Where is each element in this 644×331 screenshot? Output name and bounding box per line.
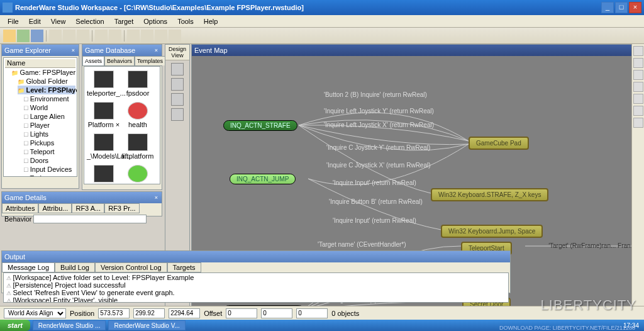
event-node[interactable]: INQ_ACTN_STRAFE [223, 120, 297, 131]
menu-view[interactable]: View [46, 16, 71, 26]
pos-y-input[interactable] [133, 308, 165, 318]
design-view-label[interactable]: Design View [165, 45, 189, 60]
menu-file[interactable]: File [3, 16, 24, 26]
tree-item[interactable]: World [24, 103, 75, 112]
tree-item[interactable]: Doors [24, 156, 75, 165]
right-tool-button[interactable] [633, 106, 643, 116]
pos-x-input[interactable] [98, 308, 130, 318]
start-button[interactable]: start [0, 320, 30, 331]
toolbar-button[interactable] [17, 30, 30, 42]
tree-item[interactable]: Level: FPSPlayer Ex... [18, 86, 75, 94]
event-target-node[interactable]: Win32 Keyboarrd.Jump, Space [441, 225, 543, 238]
details-tab[interactable]: Attribu... [38, 203, 72, 213]
toolbar-button[interactable] [31, 30, 43, 42]
asset-item[interactable]: fpsdoor [121, 69, 155, 101]
menu-selection[interactable]: Selection [70, 16, 109, 26]
event-target-node[interactable]: Win32 Keyboard.STRAFE, Z_X keys [431, 188, 548, 201]
asset-item[interactable]: Platform × [87, 101, 121, 132]
right-tool-button[interactable] [633, 46, 643, 56]
asset-item[interactable]: health [121, 101, 155, 132]
taskbar-item[interactable]: RenderWare Studio ... [33, 320, 106, 330]
tab-assets[interactable]: Assets [82, 56, 104, 65]
tree-item[interactable]: Environment [24, 94, 75, 103]
tree-item[interactable]: Global Folder [18, 77, 75, 86]
behavior-input[interactable] [33, 215, 147, 223]
axis-align-select[interactable]: World Axis Align [4, 308, 66, 318]
toolbar-button[interactable] [3, 30, 16, 42]
right-tool-button[interactable] [633, 58, 643, 68]
asset-item[interactable] [87, 164, 121, 184]
dview-tool[interactable] [171, 78, 184, 91]
output-tab[interactable]: Targets [167, 262, 201, 272]
toolbar-button[interactable] [169, 30, 181, 42]
asset-tabs: AssetsBehaviorsTemplatesEvents [82, 56, 162, 66]
position-label: Position [70, 310, 94, 317]
output-tab[interactable]: Version Control Log [95, 262, 167, 272]
output-tab[interactable]: Message Log [2, 262, 55, 272]
tree-item[interactable]: Pickups [24, 138, 75, 147]
menu-options[interactable]: Options [138, 16, 172, 26]
asset-item[interactable] [121, 164, 155, 184]
event-target-node[interactable]: GameCube Pad [469, 137, 529, 150]
menu-edit[interactable]: Edit [24, 16, 46, 26]
menu-target[interactable]: Target [109, 16, 139, 26]
right-toolbar [631, 44, 644, 313]
panel-close-icon[interactable]: × [153, 194, 159, 201]
dview-tool[interactable] [171, 93, 184, 106]
close-button[interactable]: × [629, 2, 641, 13]
toolbar-button[interactable] [49, 30, 62, 42]
off-z-input[interactable] [296, 308, 328, 318]
edge-label: 'Inquire Input' (return RwReal) [333, 179, 416, 186]
right-tool-button[interactable] [633, 94, 643, 104]
right-tool-button[interactable] [633, 82, 643, 92]
toolbar-button[interactable] [155, 30, 167, 42]
tree-item[interactable]: Lights [24, 130, 75, 138]
toolbar-button[interactable] [127, 30, 140, 42]
objects-count: 0 objects [331, 310, 359, 317]
tree-item[interactable]: Teleport [24, 147, 75, 156]
tree-item[interactable]: Input Devices [24, 165, 75, 174]
panel-close-icon[interactable]: × [70, 47, 76, 53]
asset-item[interactable]: teleporter_... [87, 69, 121, 101]
menu-bar: FileEditViewSelectionTargetOptionsToolsH… [0, 15, 644, 28]
system-tray[interactable]: 17:34 [618, 322, 644, 329]
toolbar-button[interactable] [109, 30, 121, 42]
main-toolbar [0, 28, 644, 44]
details-tab[interactable]: Attributes [2, 203, 38, 213]
toolbar-button[interactable] [77, 30, 89, 42]
off-x-input[interactable] [226, 308, 257, 318]
tree-view[interactable]: Name Game: FPSPlayer Example Global Fold… [3, 57, 77, 177]
tab-behaviors[interactable]: Behaviors [104, 56, 135, 65]
toolbar-button[interactable] [141, 30, 153, 42]
tree-item[interactable]: Train [24, 174, 75, 177]
tree-item[interactable]: Player [24, 121, 75, 130]
maximize-button[interactable]: □ [615, 2, 628, 13]
menu-tools[interactable]: Tools [172, 16, 199, 26]
minimize-button[interactable]: _ [601, 2, 614, 13]
toolbar-button[interactable] [63, 30, 75, 42]
right-tool-button[interactable] [633, 70, 643, 80]
asset-item[interactable]: _\Models\La... [87, 132, 121, 164]
dview-tool[interactable] [171, 63, 184, 76]
details-tab[interactable]: RF3 A... [72, 203, 104, 213]
asset-item[interactable]: liftplatform [121, 132, 155, 164]
output-tab[interactable]: Build Log [55, 262, 95, 272]
edge-label: 'Inquire Button B' (return RwReal) [329, 198, 423, 205]
taskbar-item[interactable]: RenderWare Studio V... [108, 320, 185, 330]
right-tool-button[interactable] [633, 118, 643, 128]
details-title: Game Details [4, 194, 47, 201]
tree-item[interactable]: Large Alien [24, 112, 75, 121]
panel-close-icon[interactable]: × [153, 47, 159, 53]
app-icon [3, 3, 13, 13]
toolbar-button[interactable] [95, 30, 108, 42]
details-tab[interactable]: RF3 Pr... [104, 203, 139, 213]
tree-root[interactable]: Game: FPSPlayer Example [11, 68, 75, 77]
details-panel: Game Details× AttributesAttribu...RF3 A.… [1, 191, 162, 216]
off-y-input[interactable] [261, 308, 292, 318]
menu-help[interactable]: Help [199, 16, 223, 26]
pos-z-input[interactable] [169, 308, 200, 318]
event-node[interactable]: INQ_ACTN_JUMP [230, 174, 296, 184]
tab-templates[interactable]: Templates [135, 56, 165, 65]
dview-tool[interactable] [171, 108, 184, 121]
game-explorer-panel: Game Explorer× Name Game: FPSPlayer Exam… [1, 44, 79, 189]
